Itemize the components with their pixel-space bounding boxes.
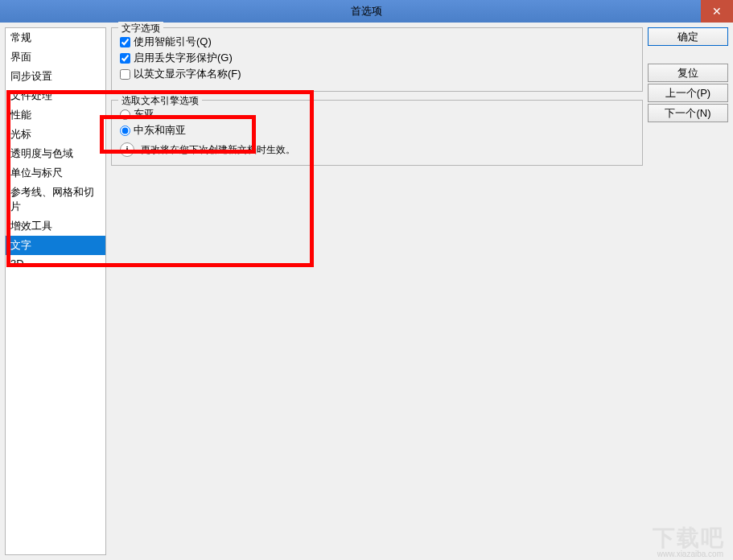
text-engine-legend: 选取文本引擎选项 (118, 94, 202, 108)
info-icon: i (120, 142, 134, 157)
sidebar-item-interface[interactable]: 界面 (6, 47, 105, 67)
button-panel: 确定 复位 上一个(P) 下一个(N) (648, 27, 728, 555)
smart-quotes-row[interactable]: 使用智能引号(Q) (120, 35, 634, 49)
english-font-names-checkbox[interactable] (120, 69, 130, 80)
main-container: 常规 界面 同步设置 文件处理 性能 光标 透明度与色域 单位与标尺 参考线、网… (0, 23, 733, 560)
close-icon: ✕ (712, 5, 722, 18)
smart-quotes-checkbox[interactable] (120, 37, 130, 47)
info-row: i 更改将在您下次创建新文档时生效。 (120, 142, 634, 157)
sidebar: 常规 界面 同步设置 文件处理 性能 光标 透明度与色域 单位与标尺 参考线、网… (5, 27, 106, 555)
sidebar-item-units[interactable]: 单位与标尺 (6, 163, 105, 183)
text-engine-fieldset: 选取文本引擎选项 东亚 中东和南亚 i 更改将在您下次创建新文档时生效。 (111, 100, 643, 166)
info-text: 更改将在您下次创建新文档时生效。 (141, 143, 295, 157)
text-options-legend: 文字选项 (118, 22, 163, 35)
east-asia-radio[interactable] (120, 109, 130, 120)
sidebar-item-transparency[interactable]: 透明度与色域 (6, 144, 105, 163)
sidebar-item-sync[interactable]: 同步设置 (6, 67, 105, 86)
next-button[interactable]: 下一个(N) (648, 104, 728, 122)
english-font-names-row[interactable]: 以英文显示字体名称(F) (120, 67, 634, 81)
middle-east-label: 中东和南亚 (134, 123, 186, 138)
middle-east-radio[interactable] (120, 126, 130, 136)
prev-button[interactable]: 上一个(P) (648, 84, 728, 102)
sidebar-item-performance[interactable]: 性能 (6, 105, 105, 125)
missing-glyph-checkbox[interactable] (120, 53, 130, 64)
sidebar-item-general[interactable]: 常规 (6, 28, 105, 47)
text-options-fieldset: 文字选项 使用智能引号(Q) 启用丢失字形保护(G) 以英文显示字体名称(F) (111, 27, 643, 92)
content-area: 文字选项 使用智能引号(Q) 启用丢失字形保护(G) 以英文显示字体名称(F) … (111, 27, 643, 555)
sidebar-item-3d[interactable]: 3D (6, 255, 105, 272)
smart-quotes-label: 使用智能引号(Q) (134, 35, 212, 49)
ok-button[interactable]: 确定 (648, 27, 728, 46)
east-asia-row[interactable]: 东亚 (120, 107, 634, 121)
sidebar-item-type[interactable]: 文字 (6, 236, 105, 255)
middle-east-row[interactable]: 中东和南亚 (120, 123, 634, 138)
sidebar-item-cursor[interactable]: 光标 (6, 125, 105, 144)
missing-glyph-label: 启用丢失字形保护(G) (134, 51, 233, 65)
sidebar-item-plugins[interactable]: 增效工具 (6, 216, 105, 236)
close-button[interactable]: ✕ (701, 0, 733, 23)
east-asia-label: 东亚 (134, 107, 154, 121)
reset-button[interactable]: 复位 (648, 64, 728, 82)
sidebar-item-guides[interactable]: 参考线、网格和切片 (6, 183, 105, 216)
missing-glyph-row[interactable]: 启用丢失字形保护(G) (120, 51, 634, 65)
titlebar: 首选项 ✕ (0, 0, 733, 23)
sidebar-item-file-handling[interactable]: 文件处理 (6, 86, 105, 105)
english-font-names-label: 以英文显示字体名称(F) (134, 67, 241, 81)
window-title: 首选项 (0, 4, 733, 19)
